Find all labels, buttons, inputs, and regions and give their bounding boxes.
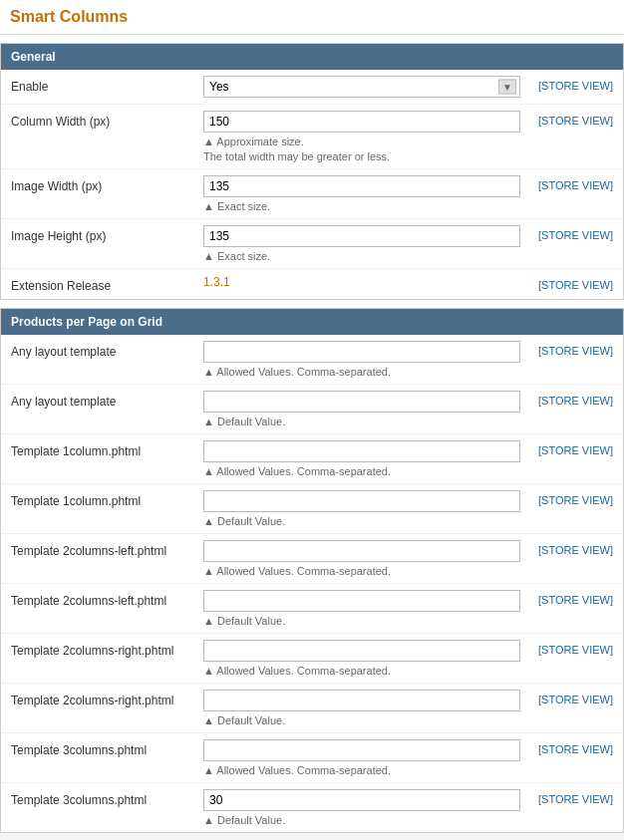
products-section-header: Products per Page on Grid [1, 309, 623, 335]
1col-allowed-input[interactable] [203, 440, 520, 462]
extension-release-value: 1.3.1 [203, 271, 230, 289]
any-layout-default-label: Any layout template [11, 391, 195, 409]
any-layout-allowed-row: Any layout template ▲ Allowed Values. Co… [1, 335, 623, 385]
page-title: Smart Columns [0, 0, 624, 35]
image-width-input[interactable] [203, 175, 520, 197]
enable-control: Yes No ▼ [195, 76, 528, 98]
image-height-store-view[interactable]: [STORE VIEW] [528, 225, 613, 241]
3col-allowed-label: Template 3columns.phtml [11, 739, 195, 757]
any-layout-default-control: ▲ Default Value. [195, 391, 528, 427]
1col-default-input[interactable] [203, 490, 520, 512]
any-layout-allowed-store-view[interactable]: [STORE VIEW] [528, 341, 613, 357]
2col-left-allowed-control: ▲ Allowed Values. Comma-separated. [195, 540, 528, 577]
2col-left-default-row: Template 2columns-left.phtml ▲ Default V… [1, 584, 623, 634]
1col-allowed-hint: ▲ Allowed Values. Comma-separated. [203, 465, 520, 477]
column-width-hint1: ▲ Approximate size. [203, 136, 520, 147]
1col-default-control: ▲ Default Value. [195, 490, 528, 527]
image-height-label: Image Height (px) [11, 225, 195, 243]
2col-left-default-label: Template 2columns-left.phtml [11, 590, 195, 608]
2col-left-default-input[interactable] [203, 590, 520, 612]
column-width-hint2: The total width may be greater or less. [203, 150, 520, 162]
extension-release-row: Extension Release 1.3.1 [STORE VIEW] [1, 269, 623, 299]
image-height-control: ▲ Exact size. [195, 225, 528, 262]
products-section: Products per Page on Grid Any layout tem… [0, 308, 624, 833]
any-layout-allowed-label: Any layout template [11, 341, 195, 359]
3col-allowed-store-view[interactable]: [STORE VIEW] [528, 739, 613, 755]
column-width-store-view[interactable]: [STORE VIEW] [528, 111, 613, 127]
3col-default-store-view[interactable]: [STORE VIEW] [528, 789, 613, 805]
3col-default-input[interactable] [203, 789, 520, 811]
enable-select-wrapper: Yes No ▼ [203, 76, 520, 98]
3col-allowed-control: ▲ Allowed Values. Comma-separated. [195, 739, 528, 776]
2col-left-allowed-row: Template 2columns-left.phtml ▲ Allowed V… [1, 534, 623, 584]
enable-label: Enable [11, 76, 195, 94]
3col-default-hint: ▲ Default Value. [203, 814, 520, 826]
1col-default-label: Template 1column.phtml [11, 490, 195, 508]
column-width-row: Column Width (px) ▲ Approximate size. Th… [1, 105, 623, 169]
2col-right-allowed-label: Template 2columns-right.phtml [11, 640, 195, 658]
products-section-body: Any layout template ▲ Allowed Values. Co… [1, 335, 623, 832]
any-layout-allowed-control: ▲ Allowed Values. Comma-separated. [195, 341, 528, 378]
2col-right-allowed-hint: ▲ Allowed Values. Comma-separated. [203, 665, 520, 677]
2col-right-default-control: ▲ Default Value. [195, 690, 528, 726]
image-width-control: ▲ Exact size. [195, 175, 528, 212]
1col-allowed-control: ▲ Allowed Values. Comma-separated. [195, 440, 528, 477]
2col-right-allowed-control: ▲ Allowed Values. Comma-separated. [195, 640, 528, 677]
2col-right-default-input[interactable] [203, 690, 520, 711]
3col-allowed-row: Template 3columns.phtml ▲ Allowed Values… [1, 733, 623, 783]
general-section-body: Enable Yes No ▼ [STORE VIEW] Column Widt… [1, 70, 623, 299]
2col-left-default-store-view[interactable]: [STORE VIEW] [528, 590, 613, 606]
1col-default-store-view[interactable]: [STORE VIEW] [528, 490, 613, 506]
any-layout-allowed-input[interactable] [203, 341, 520, 363]
1col-allowed-label: Template 1column.phtml [11, 440, 195, 458]
any-layout-default-store-view[interactable]: [STORE VIEW] [528, 391, 613, 407]
extension-release-label: Extension Release [11, 275, 195, 293]
column-width-label: Column Width (px) [11, 111, 195, 129]
1col-default-row: Template 1column.phtml ▲ Default Value. … [1, 484, 623, 534]
any-layout-default-hint: ▲ Default Value. [203, 416, 520, 427]
1col-allowed-store-view[interactable]: [STORE VIEW] [528, 440, 613, 456]
2col-right-default-label: Template 2columns-right.phtml [11, 690, 195, 707]
image-width-store-view[interactable]: [STORE VIEW] [528, 175, 613, 191]
image-width-hint: ▲ Exact size. [203, 200, 520, 212]
general-section-header: General [1, 44, 623, 70]
2col-right-default-store-view[interactable]: [STORE VIEW] [528, 690, 613, 705]
image-width-row: Image Width (px) ▲ Exact size. [STORE VI… [1, 169, 623, 219]
any-layout-default-row: Any layout template ▲ Default Value. [ST… [1, 385, 623, 434]
3col-default-row: Template 3columns.phtml ▲ Default Value.… [1, 783, 623, 832]
2col-left-default-control: ▲ Default Value. [195, 590, 528, 627]
3col-allowed-hint: ▲ Allowed Values. Comma-separated. [203, 764, 520, 776]
column-width-control: ▲ Approximate size. The total width may … [195, 111, 528, 162]
2col-left-default-hint: ▲ Default Value. [203, 615, 520, 627]
any-layout-default-input[interactable] [203, 391, 520, 413]
2col-right-default-row: Template 2columns-right.phtml ▲ Default … [1, 684, 623, 733]
1col-allowed-row: Template 1column.phtml ▲ Allowed Values.… [1, 434, 623, 484]
extension-release-store-view[interactable]: [STORE VIEW] [528, 275, 613, 291]
page-wrapper: Smart Columns General Enable Yes No ▼ [S… [0, 0, 624, 833]
extension-release-control: 1.3.1 [195, 275, 528, 289]
enable-store-view[interactable]: [STORE VIEW] [528, 76, 613, 92]
2col-left-allowed-input[interactable] [203, 540, 520, 562]
2col-left-allowed-hint: ▲ Allowed Values. Comma-separated. [203, 565, 520, 577]
1col-default-hint: ▲ Default Value. [203, 515, 520, 527]
any-layout-allowed-hint: ▲ Allowed Values. Comma-separated. [203, 366, 520, 378]
image-height-input[interactable] [203, 225, 520, 247]
2col-left-allowed-store-view[interactable]: [STORE VIEW] [528, 540, 613, 556]
2col-right-allowed-row: Template 2columns-right.phtml ▲ Allowed … [1, 634, 623, 684]
3col-allowed-input[interactable] [203, 739, 520, 761]
3col-default-label: Template 3columns.phtml [11, 789, 195, 807]
image-height-hint: ▲ Exact size. [203, 250, 520, 262]
2col-right-default-hint: ▲ Default Value. [203, 714, 520, 726]
general-section: General Enable Yes No ▼ [STORE VIEW] [0, 43, 624, 300]
image-height-row: Image Height (px) ▲ Exact size. [STORE V… [1, 219, 623, 269]
image-width-label: Image Width (px) [11, 175, 195, 193]
enable-row: Enable Yes No ▼ [STORE VIEW] [1, 70, 623, 105]
2col-right-allowed-store-view[interactable]: [STORE VIEW] [528, 640, 613, 656]
3col-default-control: ▲ Default Value. [195, 789, 528, 826]
2col-right-allowed-input[interactable] [203, 640, 520, 662]
column-width-input[interactable] [203, 111, 520, 133]
enable-select[interactable]: Yes No [203, 76, 520, 98]
2col-left-allowed-label: Template 2columns-left.phtml [11, 540, 195, 558]
